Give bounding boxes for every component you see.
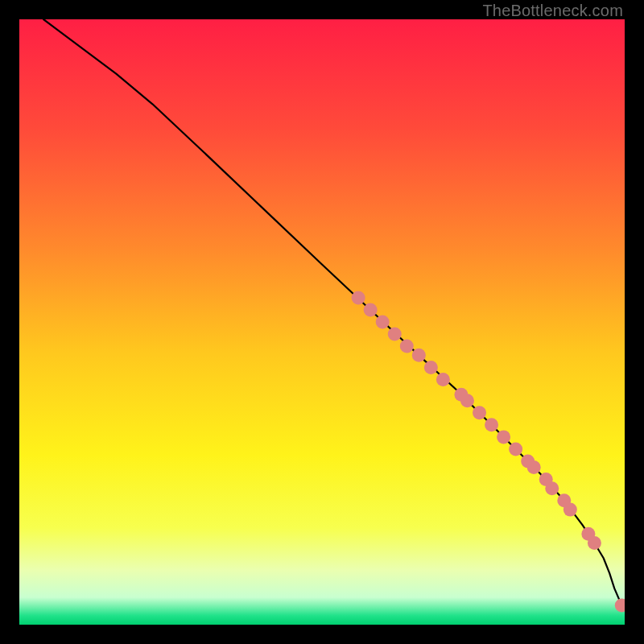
- data-point: [588, 536, 601, 550]
- data-point: [376, 316, 390, 329]
- chart-svg: [19, 19, 625, 625]
- data-point: [564, 503, 577, 517]
- data-point: [527, 460, 541, 474]
- gradient-background: [19, 19, 625, 625]
- data-point: [424, 361, 438, 374]
- chart-frame: [19, 19, 625, 625]
- data-point: [388, 328, 402, 341]
- data-point: [473, 406, 486, 419]
- data-point: [509, 442, 522, 456]
- data-point: [352, 291, 365, 304]
- data-point: [485, 418, 498, 431]
- data-point: [400, 340, 414, 353]
- data-point: [497, 430, 510, 444]
- watermark-text: TheBottleneck.com: [482, 2, 623, 20]
- data-point: [545, 481, 559, 495]
- data-point: [364, 303, 378, 316]
- data-point: [412, 349, 426, 362]
- data-point: [460, 394, 474, 407]
- data-point: [436, 373, 450, 386]
